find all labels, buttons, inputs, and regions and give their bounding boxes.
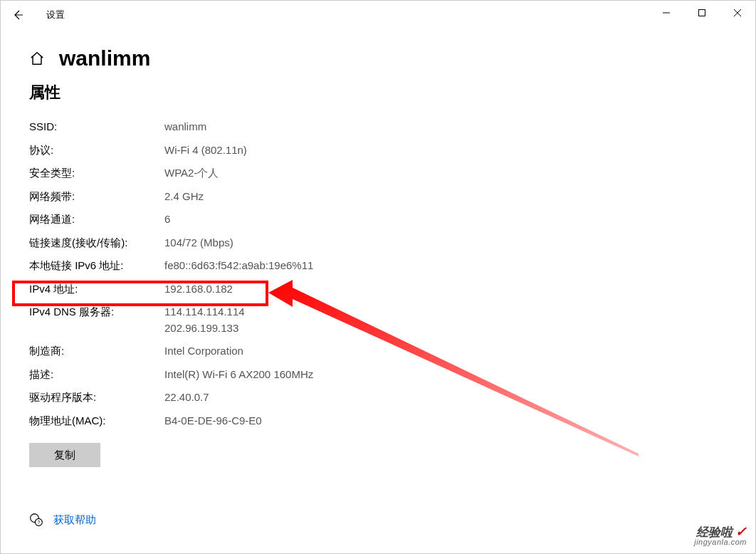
prop-row-description: 描述: Intel(R) Wi-Fi 6 AX200 160MHz	[29, 367, 727, 383]
watermark-check-icon: ✓	[735, 524, 747, 539]
close-icon	[733, 9, 742, 17]
prop-label: SSID:	[29, 119, 164, 135]
watermark-text-bottom: jingyanla.com	[694, 538, 747, 546]
prop-label: 链接速度(接收/传输):	[29, 235, 164, 251]
prop-value: 6	[164, 211, 170, 228]
prop-label: 网络通道:	[29, 211, 164, 228]
prop-label: 物理地址(MAC):	[29, 413, 164, 429]
prop-value: WPA2-个人	[164, 165, 219, 182]
maximize-button[interactable]	[684, 1, 720, 25]
prop-row-band: 网络频带: 2.4 GHz	[29, 189, 727, 205]
prop-label: 描述:	[29, 367, 164, 383]
watermark: 经验啦 ✓ jingyanla.com	[694, 525, 747, 546]
window-controls	[649, 1, 755, 25]
prop-label: 安全类型:	[29, 165, 164, 182]
prop-row-ipv6: 本地链接 IPv6 地址: fe80::6d63:f542:a9ab:19e6%…	[29, 258, 727, 274]
page-title: wanlimm	[59, 46, 150, 70]
window-title: 设置	[46, 9, 65, 21]
prop-label: 制造商:	[29, 343, 164, 360]
svg-text:?: ?	[37, 520, 40, 525]
prop-value: 192.168.0.182	[164, 281, 233, 298]
prop-row-ipv4: IPv4 地址: 192.168.0.182	[29, 281, 727, 298]
minimize-icon	[662, 9, 671, 17]
prop-value: Wi-Fi 4 (802.11n)	[164, 142, 247, 159]
prop-row-protocol: 协议: Wi-Fi 4 (802.11n)	[29, 142, 727, 159]
prop-row-dns: IPv4 DNS 服务器: 114.114.114.114 202.96.199…	[29, 304, 727, 336]
properties-list: SSID: wanlimm 协议: Wi-Fi 4 (802.11n) 安全类型…	[29, 119, 727, 429]
prop-label: 驱动程序版本:	[29, 390, 164, 406]
prop-value: fe80::6d63:f542:a9ab:19e6%11	[164, 258, 313, 274]
prop-value: wanlimm	[164, 119, 206, 135]
help-row: ? 获取帮助	[29, 513, 727, 527]
back-button[interactable]	[9, 6, 26, 23]
prop-label: 协议:	[29, 142, 164, 159]
page-header: wanlimm	[29, 46, 727, 70]
prop-value: Intel(R) Wi-Fi 6 AX200 160MHz	[164, 367, 313, 383]
help-icon: ?	[29, 513, 43, 527]
prop-label: 网络频带:	[29, 189, 164, 205]
prop-row-manufacturer: 制造商: Intel Corporation	[29, 343, 727, 360]
content-area: wanlimm 属性 SSID: wanlimm 协议: Wi-Fi 4 (80…	[1, 29, 755, 527]
home-icon[interactable]	[29, 51, 45, 66]
help-link[interactable]: 获取帮助	[53, 513, 96, 527]
prop-label: IPv4 地址:	[29, 281, 164, 298]
copy-button[interactable]: 复制	[29, 443, 100, 467]
prop-value: 104/72 (Mbps)	[164, 235, 233, 251]
prop-value: Intel Corporation	[164, 343, 243, 360]
svg-rect-1	[699, 10, 705, 16]
prop-row-driver: 驱动程序版本: 22.40.0.7	[29, 390, 727, 406]
prop-row-security: 安全类型: WPA2-个人	[29, 165, 727, 182]
back-arrow-icon	[12, 9, 23, 21]
maximize-icon	[698, 9, 706, 17]
prop-label: 本地链接 IPv6 地址:	[29, 258, 164, 274]
section-title: 属性	[29, 82, 727, 103]
prop-value: B4-0E-DE-96-C9-E0	[164, 413, 262, 429]
prop-row-linkspeed: 链接速度(接收/传输): 104/72 (Mbps)	[29, 235, 727, 251]
prop-label: IPv4 DNS 服务器:	[29, 304, 164, 336]
close-button[interactable]	[720, 1, 755, 25]
titlebar: 设置	[1, 1, 755, 29]
prop-value: 22.40.0.7	[164, 390, 209, 406]
prop-row-channel: 网络通道: 6	[29, 211, 727, 228]
prop-row-mac: 物理地址(MAC): B4-0E-DE-96-C9-E0	[29, 413, 727, 429]
prop-value: 2.4 GHz	[164, 189, 204, 205]
prop-row-ssid: SSID: wanlimm	[29, 119, 727, 135]
prop-value: 114.114.114.114 202.96.199.133	[164, 304, 245, 336]
minimize-button[interactable]	[649, 1, 684, 25]
